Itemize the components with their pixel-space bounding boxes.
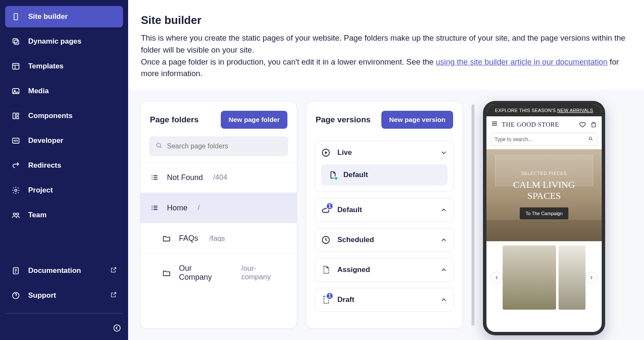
help-icon [11,291,20,300]
menu-icon[interactable] [491,120,498,129]
sidebar-item-dynamic-pages[interactable]: Dynamic pages [5,31,123,52]
version-list: Live Default [306,136,463,320]
gear-icon [11,186,20,195]
page-description-1: This is where you create the static page… [141,32,631,56]
svg-rect-7 [17,113,19,115]
sidebar-item-redirects[interactable]: Redirects [5,155,123,176]
sidebar-item-label: Components [28,112,73,120]
page-folders-panel: Page folders New page folder [140,101,297,329]
sidebar-item-label: Dynamic pages [28,37,82,46]
list-icon [150,173,159,182]
version-header-draft[interactable]: 1 Draft [315,288,454,311]
sidebar-item-media[interactable]: Media [5,80,123,102]
folder-item-faqs[interactable]: FAQs /faqs [141,223,297,253]
page-versions-panel: Page versions New page version Live [306,101,463,329]
panel-title: Page folders [150,115,199,124]
play-icon [321,148,331,157]
folder-item-our-company[interactable]: Our Company /our-company [141,253,297,292]
version-name: Scheduled [337,236,433,244]
count-badge: 1 [326,292,334,300]
divider [5,313,123,313]
product-thumb[interactable] [503,245,556,310]
chevron-down-icon [440,149,448,157]
version-name: Default [337,206,433,214]
version-name: Draft [337,296,433,304]
product-thumb[interactable] [559,245,585,310]
doc-icon [11,266,20,275]
hero-cta-button[interactable]: To The Campaign [520,207,569,219]
image-icon [11,86,20,96]
collapse-sidebar-button[interactable] [111,322,123,334]
bag-icon[interactable] [590,121,597,128]
folder-icon [162,268,171,278]
svg-point-12 [17,213,19,215]
svg-rect-2 [15,40,19,44]
gallery [486,241,602,314]
search-placeholder: Type to search... [495,136,533,142]
new-page-version-button[interactable]: New page version [381,111,453,129]
sidebar-item-label: Templates [28,62,64,71]
version-item-assigned: Assigned [315,258,454,282]
folder-path: /404 [213,173,227,182]
folder-list: Not Found /404 Home / [141,162,297,292]
scrollbar[interactable] [471,104,474,325]
device-icon [11,12,20,21]
folder-item-not-found[interactable]: Not Found /404 [141,162,297,192]
sidebar-item-label: Support [28,291,56,300]
svg-rect-1 [13,38,17,43]
sidebar-item-templates[interactable]: Templates [5,56,123,77]
search-icon [155,142,163,151]
version-header-default[interactable]: 1 Default [315,198,454,222]
promo-link[interactable]: NEW ARRIVALS [557,108,593,113]
sidebar-item-site-builder[interactable]: Site builder [5,6,123,27]
version-header-scheduled[interactable]: Scheduled [315,228,454,251]
panel-title: Page versions [316,115,371,124]
sidebar-item-label: Team [28,211,47,219]
chevron-up-icon [440,206,448,214]
hero-title: CALM LIVINGSPACES [513,179,575,202]
version-item-scheduled: Scheduled [315,228,454,252]
folder-path: /faqs [209,234,225,243]
version-name: Assigned [337,266,433,274]
sidebar-item-support[interactable]: Support [5,285,123,306]
page-title: Site builder [141,14,631,27]
code-icon [11,136,20,145]
preview-search[interactable]: Type to search... [491,133,597,146]
hero: SELECTED PIECES CALM LIVINGSPACES To The… [486,149,602,241]
folder-name: FAQs [179,234,198,243]
version-header-assigned[interactable]: Assigned [315,258,454,281]
components-icon [11,111,20,121]
carousel-next-button[interactable] [585,272,597,284]
version-item-draft: 1 Draft [315,288,454,312]
search-input[interactable] [167,142,282,150]
phone-frame: EXPLORE THIS SEASON'S NEW ARRIVALS THE G… [483,101,605,335]
heart-icon[interactable] [579,121,586,128]
svg-rect-6 [13,113,15,118]
preview-pane: EXPLORE THIS SEASON'S NEW ARRIVALS THE G… [483,101,632,329]
sidebar-item-team[interactable]: Team [5,204,123,226]
promo-bar: EXPLORE THIS SEASON'S NEW ARRIVALS [486,104,602,116]
sidebar-item-components[interactable]: Components [5,105,123,127]
new-page-folder-button[interactable]: New page folder [221,111,287,129]
folder-name: Not Found [167,173,203,182]
folder-item-home[interactable]: Home / [141,192,297,223]
version-sub-default[interactable]: Default [321,164,448,186]
sidebar-item-label: Media [28,87,49,95]
docs-link[interactable]: using the site builder article in our do… [436,57,608,66]
version-header-live[interactable]: Live [315,141,454,164]
sidebar-item-label: Documentation [28,266,81,275]
svg-rect-0 [14,14,18,20]
layout-icon [11,62,20,71]
page-description-2: Once a page folder is in production, you… [141,56,631,80]
hero-subtitle: SELECTED PIECES [521,171,567,176]
list-icon [150,203,159,213]
sidebar-item-developer[interactable]: Developer [5,130,123,151]
version-sub-label: Default [343,171,368,179]
page-header: Site builder This is where you create th… [128,0,644,90]
sidebar: Site builder Dynamic pages Templates Med… [0,0,128,340]
sidebar-item-documentation[interactable]: Documentation [5,260,123,281]
search-page-folders[interactable] [149,136,288,156]
carousel-prev-button[interactable] [491,272,503,284]
folder-path: / [198,204,200,212]
sidebar-item-project[interactable]: Project [5,180,123,201]
